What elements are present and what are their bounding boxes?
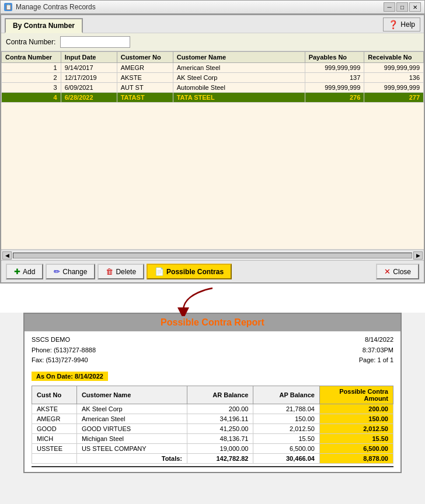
window-controls: ─ □ ✕ [384, 2, 421, 12]
report-table: Cust No Customer Name AR Balance AP Bala… [32, 386, 393, 464]
data-table-container: Contra Number Input Date Customer No Cus… [1, 51, 424, 250]
help-icon: ❓ [388, 20, 398, 29]
cell-payables-no: 137 [305, 73, 364, 83]
minimize-button[interactable]: ─ [384, 2, 395, 12]
rcell-ar-balance: 19,000.00 [187, 443, 253, 453]
horizontal-scrollbar[interactable]: ◀ ▶ [1, 250, 424, 260]
cell-input-date: 12/17/2019 [61, 73, 117, 83]
rcell-possible-contra: 2,012.50 [319, 424, 393, 433]
arrow-container [0, 284, 425, 313]
main-window: By Contra Number ❓ Help Contra Number: C… [0, 14, 425, 284]
report-table-row: GOOD GOOD VIRTUES 41,250.00 2,012.50 2,0… [32, 424, 393, 433]
change-button[interactable]: ✏ Change [46, 264, 95, 279]
report-date-info: 8/14/2022 8:37:03PM Page: 1 of 1 [359, 335, 393, 366]
rcell-customer-name: American Steel [76, 414, 187, 424]
cell-contra-number: 2 [2, 73, 61, 83]
contra-table: Contra Number Input Date Customer No Cus… [1, 51, 424, 103]
report-table-row: MICH Michigan Steel 48,136.71 15.50 15.5… [32, 433, 393, 443]
cell-receivable-no: 999,999,999 [364, 83, 424, 93]
cell-input-date: 6/28/2022 [61, 93, 117, 103]
table-row[interactable]: 3 6/09/2021 AUT ST Automobile Steel 999,… [2, 83, 424, 93]
cell-customer-no: AKSTE [117, 73, 173, 83]
rcell-customer-name: US STEEL COMPANY [76, 443, 187, 453]
close-toolbar-button[interactable]: ✕ Close [376, 264, 419, 279]
cell-input-date: 6/09/2021 [61, 83, 117, 93]
rcol-possible-contra: Possible Contra Amount [319, 386, 393, 404]
cell-customer-no: AUT ST [117, 83, 173, 93]
col-customer-no: Customer No [117, 52, 173, 63]
rcell-customer-name: GOOD VIRTUES [76, 424, 187, 433]
table-row[interactable]: 4 6/28/2022 TATAST TATA STEEL 276 277 [2, 93, 424, 103]
cell-customer-name: AK Steel Corp [173, 73, 305, 83]
contra-number-input[interactable] [60, 36, 130, 48]
add-icon: ✚ [14, 267, 20, 276]
tab-by-contra-number[interactable]: By Contra Number [5, 18, 83, 33]
totals-contra: 8,878.00 [319, 453, 393, 463]
cell-receivable-no: 999,999,999 [364, 63, 424, 73]
search-row: Contra Number: [1, 33, 424, 51]
app-icon: 📋 [4, 3, 12, 11]
possible-contras-icon: 📄 [155, 267, 164, 276]
report-date: 8/14/2022 [359, 335, 393, 345]
report-meta: SSCS DEMO Phone: (513)727-8888 Fax: (513… [25, 331, 400, 369]
report-time: 8:37:03PM [359, 345, 393, 356]
totals-empty1 [32, 453, 77, 463]
totals-label: Totals: [76, 453, 187, 463]
rcell-possible-contra: 150.00 [319, 414, 393, 424]
scroll-track[interactable] [13, 253, 412, 258]
cell-payables-no: 999,999,999 [305, 83, 364, 93]
rcell-cust-no: AMEGR [32, 414, 77, 424]
report-panel: Possible Contra Report SSCS DEMO Phone: … [23, 313, 402, 473]
change-icon: ✏ [54, 267, 60, 276]
rcell-ar-balance: 34,196.11 [187, 414, 253, 424]
rcell-ar-balance: 41,250.00 [187, 424, 253, 433]
cell-payables-no: 276 [305, 93, 364, 103]
tab-bar: By Contra Number ❓ Help [1, 15, 424, 33]
rcol-ar-balance: AR Balance [187, 386, 253, 404]
arrow-svg [177, 287, 248, 316]
rcell-cust-no: AKSTE [32, 404, 77, 414]
cell-customer-name: Automobile Steel [173, 83, 305, 93]
rcell-cust-no: MICH [32, 433, 77, 443]
rcell-ar-balance: 48,136.71 [187, 433, 253, 443]
rcell-ap-balance: 2,012.50 [253, 424, 319, 433]
cell-customer-name: TATA STEEL [173, 93, 305, 103]
report-table-row: AMEGR American Steel 34,196.11 150.00 15… [32, 414, 393, 424]
rcell-cust-no: GOOD [32, 424, 77, 433]
rcell-customer-name: Michigan Steel [76, 433, 187, 443]
cell-customer-no: AMEGR [117, 63, 173, 73]
company-fax: Fax: (513)727-9940 [32, 355, 96, 366]
rcell-customer-name: AK Steel Corp [76, 404, 187, 414]
table-row[interactable]: 1 9/14/2017 AMEGR American Steel 999,999… [2, 63, 424, 73]
scroll-right-button[interactable]: ▶ [413, 251, 423, 260]
cell-contra-number: 3 [2, 83, 61, 93]
report-header: Possible Contra Report [25, 314, 400, 331]
help-button[interactable]: ❓ Help [383, 18, 420, 32]
delete-button[interactable]: 🗑 Delete [97, 264, 144, 279]
report-table-row: AKSTE AK Steel Corp 200.00 21,788.04 200… [32, 404, 393, 414]
rcell-ap-balance: 15.50 [253, 433, 319, 443]
scroll-left-button[interactable]: ◀ [2, 251, 12, 260]
maximize-button[interactable]: □ [396, 2, 408, 12]
cell-customer-no: TATAST [117, 93, 173, 103]
rcell-ar-balance: 200.00 [187, 404, 253, 414]
cell-payables-no: 999,999,999 [305, 63, 364, 73]
close-button[interactable]: ✕ [409, 2, 421, 12]
report-table-row: USSTEE US STEEL COMPANY 19,000.00 6,500.… [32, 443, 393, 453]
rcell-ap-balance: 21,788.04 [253, 404, 319, 414]
report-title: Possible Contra Report [161, 317, 264, 327]
col-customer-name: Customer Name [173, 52, 305, 63]
possible-contras-button[interactable]: 📄 Possible Contras [147, 264, 232, 279]
report-footer [32, 466, 393, 467]
totals-ar: 142,782.82 [187, 453, 253, 463]
table-row[interactable]: 2 12/17/2019 AKSTE AK Steel Corp 137 136 [2, 73, 424, 83]
col-input-date: Input Date [61, 52, 117, 63]
cell-input-date: 9/14/2017 [61, 63, 117, 73]
rcell-possible-contra: 200.00 [319, 404, 393, 414]
cell-customer-name: American Steel [173, 63, 305, 73]
totals-ap: 30,466.04 [253, 453, 319, 463]
add-button[interactable]: ✚ Add [6, 264, 43, 279]
window-title: Manage Contras Records [16, 3, 96, 11]
report-page: Page: 1 of 1 [359, 355, 393, 366]
cell-receivable-no: 277 [364, 93, 424, 103]
